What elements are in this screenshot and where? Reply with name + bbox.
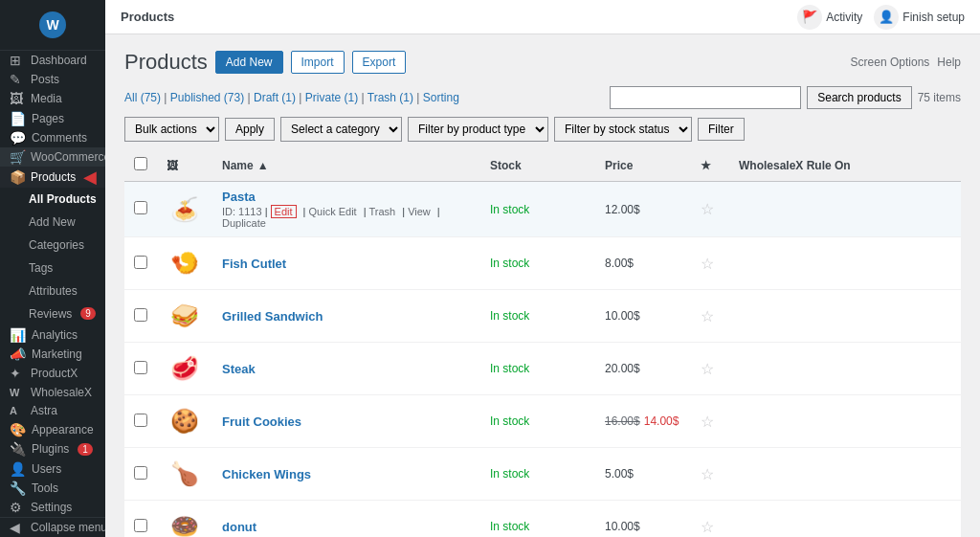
filter-published[interactable]: Published (73) bbox=[170, 91, 244, 104]
sidebar-subitem-categories[interactable]: Categories bbox=[21, 234, 105, 257]
sidebar-item-appearance[interactable]: 🎨 Appearance bbox=[0, 420, 105, 439]
sidebar-item-dashboard[interactable]: ⊞ Dashboard bbox=[0, 51, 105, 70]
table-row: 🥩 Steak ID: 1110 | Edit | Quick Edit | T… bbox=[124, 343, 961, 395]
edit-link[interactable]: Edit bbox=[271, 205, 297, 218]
product-price-cell: 10.00$ bbox=[595, 290, 691, 343]
wp-logo: W bbox=[39, 11, 66, 38]
row-checkbox[interactable] bbox=[134, 361, 147, 374]
bulk-actions-select[interactable]: Bulk actions bbox=[124, 117, 219, 142]
sidebar-label-analytics: Analytics bbox=[32, 328, 78, 342]
search-input[interactable] bbox=[610, 86, 801, 109]
sidebar-label-wholesalex: WholesaleX bbox=[31, 386, 92, 399]
sidebar-item-media[interactable]: 🖼 Media bbox=[0, 89, 105, 108]
product-type-filter-select[interactable]: Filter by product type bbox=[408, 117, 548, 142]
product-image-cell: 🥩 bbox=[157, 343, 212, 395]
star-button[interactable]: ☆ bbox=[701, 519, 714, 535]
product-star-cell: ☆ bbox=[691, 395, 729, 448]
sidebar-item-woocommerce[interactable]: 🛒 WooCommerce bbox=[0, 147, 105, 167]
activity-button[interactable]: 🚩 Activity bbox=[797, 5, 862, 30]
sidebar-collapse[interactable]: ◀ Collapse menu bbox=[0, 517, 105, 537]
row-checkbox[interactable] bbox=[134, 519, 147, 532]
product-name-link[interactable]: Grilled Sandwich bbox=[222, 309, 323, 324]
sidebar-label-pages: Pages bbox=[32, 112, 64, 125]
product-name-link[interactable]: Chicken Wings bbox=[222, 467, 311, 481]
select-all-checkbox[interactable] bbox=[134, 157, 147, 170]
product-price-cell: 20.00$ bbox=[595, 343, 691, 395]
filter-links-row: All (75) | Published (73) | Draft (1) | … bbox=[124, 86, 961, 109]
row-checkbox-cell bbox=[124, 501, 157, 538]
sidebar-item-comments[interactable]: 💬 Comments bbox=[0, 128, 105, 147]
duplicate-link[interactable]: Duplicate bbox=[222, 217, 266, 229]
product-name-link[interactable]: Steak bbox=[222, 362, 256, 376]
product-name-link[interactable]: Pasta bbox=[222, 190, 256, 204]
quick-edit-link[interactable]: Quick Edit bbox=[309, 206, 357, 217]
row-checkbox[interactable] bbox=[134, 308, 147, 322]
row-checkbox[interactable] bbox=[134, 414, 147, 427]
product-name-cell: Pasta ID: 1113 | Edit | Quick Edit | Tra… bbox=[212, 182, 480, 237]
tools-icon: 🔧 bbox=[10, 481, 26, 496]
bulk-apply-button[interactable]: Apply bbox=[225, 118, 275, 141]
sidebar-label-users: Users bbox=[32, 462, 61, 476]
help-button[interactable]: Help bbox=[937, 56, 961, 69]
row-checkbox[interactable] bbox=[134, 466, 147, 480]
sidebar-label-dashboard: Dashboard bbox=[31, 54, 87, 67]
products-table: 🖼 Name ▲ Stock Price ★ WholesaleX Rule O… bbox=[124, 149, 961, 537]
sidebar-item-wholesalex[interactable]: W WholesaleX bbox=[0, 383, 105, 402]
product-star-cell: ☆ bbox=[691, 343, 729, 395]
stock-status-filter-select[interactable]: Filter by stock status bbox=[554, 117, 692, 142]
filter-draft[interactable]: Draft (1) bbox=[254, 91, 296, 104]
star-button[interactable]: ☆ bbox=[701, 414, 714, 430]
table-row: 🍪 Fruit Cookies ID: 1109 | Edit | Quick … bbox=[124, 395, 961, 448]
row-checkbox[interactable] bbox=[134, 201, 147, 214]
price-original: 16.00$ bbox=[605, 414, 640, 428]
sidebar-subitem-tags[interactable]: Tags bbox=[21, 257, 105, 280]
sidebar-subitem-reviews[interactable]: Reviews 9 bbox=[21, 302, 105, 325]
sidebar-item-analytics[interactable]: 📊 Analytics bbox=[0, 325, 105, 345]
star-button[interactable]: ☆ bbox=[701, 466, 714, 482]
product-id: ID: 1113 bbox=[222, 206, 262, 217]
product-image-cell: 🍤 bbox=[157, 237, 212, 290]
sidebar-item-productx[interactable]: ✦ ProductX bbox=[0, 364, 105, 383]
row-checkbox[interactable] bbox=[134, 256, 147, 269]
filter-private[interactable]: Private (1) bbox=[305, 91, 358, 104]
sidebar-item-settings[interactable]: ⚙ Settings bbox=[0, 498, 105, 517]
export-button[interactable]: Export bbox=[352, 51, 407, 74]
sidebar-item-astra[interactable]: A Astra bbox=[0, 402, 105, 421]
add-new-button[interactable]: Add New bbox=[215, 51, 283, 74]
product-name-link[interactable]: Fish Cutlet bbox=[222, 257, 286, 271]
sidebar-item-posts[interactable]: ✎ Posts bbox=[0, 70, 105, 89]
sidebar-subitem-add-new[interactable]: Add New bbox=[21, 211, 105, 234]
star-button[interactable]: ☆ bbox=[701, 361, 714, 377]
sidebar-subitem-attributes[interactable]: Attributes bbox=[21, 280, 105, 302]
import-button[interactable]: Import bbox=[291, 51, 345, 74]
filter-button[interactable]: Filter bbox=[698, 118, 745, 141]
category-filter-select[interactable]: Select a category bbox=[280, 117, 402, 142]
filter-trash[interactable]: Trash (1) bbox=[368, 91, 413, 104]
sidebar-item-plugins[interactable]: 🔌 Plugins 1 bbox=[0, 439, 105, 459]
star-button[interactable]: ☆ bbox=[701, 308, 714, 324]
finish-setup-button[interactable]: 👤 Finish setup bbox=[874, 5, 965, 30]
filter-all[interactable]: All (75) bbox=[124, 91, 161, 104]
activity-icon: 🚩 bbox=[797, 5, 822, 30]
sidebar-label-comments: Comments bbox=[32, 131, 87, 145]
sidebar-item-users[interactable]: 👤 Users bbox=[0, 459, 105, 478]
screen-options-button[interactable]: Screen Options bbox=[851, 56, 930, 69]
product-name-link[interactable]: Fruit Cookies bbox=[222, 414, 301, 429]
sidebar-item-products[interactable]: 📦 Products ◀ bbox=[0, 167, 105, 188]
view-link[interactable]: View bbox=[408, 206, 431, 217]
products-arrow: ◀ bbox=[83, 167, 97, 188]
th-image: 🖼 bbox=[157, 149, 212, 182]
sidebar-item-marketing[interactable]: 📣 Marketing bbox=[0, 345, 105, 364]
row-checkbox-cell bbox=[124, 290, 157, 343]
sidebar-subitem-all-products[interactable]: All Products bbox=[21, 188, 105, 211]
star-button[interactable]: ☆ bbox=[701, 201, 714, 217]
search-products-button[interactable]: Search products bbox=[807, 86, 911, 109]
sidebar-item-tools[interactable]: 🔧 Tools bbox=[0, 479, 105, 498]
star-button[interactable]: ☆ bbox=[701, 256, 714, 272]
th-wholesale: WholesaleX Rule On bbox=[729, 149, 961, 182]
sidebar-item-pages[interactable]: 📄 Pages bbox=[0, 108, 105, 127]
th-name[interactable]: Name ▲ bbox=[212, 149, 480, 182]
filter-sorting[interactable]: Sorting bbox=[423, 91, 459, 104]
product-name-link[interactable]: donut bbox=[222, 520, 256, 534]
trash-link[interactable]: Trash bbox=[368, 206, 395, 217]
